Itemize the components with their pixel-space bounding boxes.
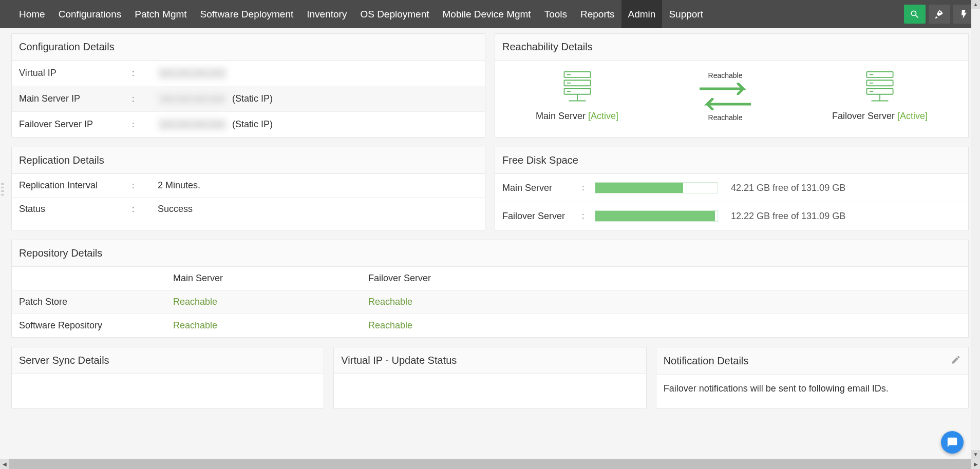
disk-text: 42.21 GB free of 131.09 GB — [718, 183, 961, 193]
edit-notification-button[interactable] — [951, 355, 961, 367]
server-stack-icon — [863, 71, 896, 104]
arrow-left-icon — [700, 98, 751, 110]
replication-details-panel: Replication Details Replication Interval… — [11, 147, 485, 230]
disk-text: 12.22 GB free of 131.09 GB — [718, 211, 961, 222]
replication-label: Status — [19, 204, 132, 214]
repo-header-main: Main Server — [173, 273, 368, 284]
notification-details-panel: Notification Details Failover notificati… — [656, 347, 969, 408]
config-value-suffix: (Static IP) — [232, 93, 273, 104]
scroll-down-icon[interactable]: ▼ — [971, 450, 980, 459]
main-server-block: Main Server [Active] — [536, 71, 618, 122]
config-row-main-server-ip: Main Server IP : xxx.xxx.xxx.xxx(Static … — [12, 86, 485, 112]
repo-main-status: Reachable — [173, 320, 368, 331]
replication-value: 2 Minutes. — [158, 180, 478, 191]
scroll-right-icon[interactable]: ▶ — [971, 459, 980, 469]
nav-admin[interactable]: Admin — [621, 0, 663, 28]
reachable-label-top: Reachable — [708, 71, 743, 80]
config-value-hidden: xxx.xxx.xxx.xxx — [158, 92, 227, 105]
scroll-up-icon[interactable]: ▲ — [971, 0, 980, 9]
config-label: Main Server IP — [19, 93, 132, 104]
reachability-details-panel: Reachability Details Main Server [Active… — [495, 33, 969, 138]
rocket-icon — [934, 9, 945, 19]
bolt-icon — [959, 9, 969, 19]
arrow-right-icon — [700, 83, 751, 95]
config-value-suffix: (Static IP) — [232, 119, 273, 130]
config-value-hidden: xxx.xxx.xxx.xxx — [158, 118, 227, 131]
nav-reports[interactable]: Reports — [574, 0, 621, 28]
config-row-failover-server-ip: Failover Server IP : xxx.xxx.xxx.xxx(Sta… — [12, 112, 485, 137]
nav-patch-mgmt[interactable]: Patch Mgmt — [128, 0, 193, 28]
repo-header-row: Main Server Failover Server — [12, 267, 968, 290]
repo-row: Patch Store Reachable Reachable — [12, 290, 968, 314]
free-disk-space-panel: Free Disk Space Main Server : 42.21 GB f… — [495, 147, 969, 230]
disk-row-main: Main Server : 42.21 GB free of 131.09 GB — [495, 174, 968, 202]
free-disk-space-title: Free Disk Space — [495, 147, 968, 174]
server-sync-details-title: Server Sync Details — [12, 347, 324, 374]
virtual-ip-update-status-panel: Virtual IP - Update Status — [333, 347, 646, 408]
chat-icon — [947, 437, 958, 448]
chat-button[interactable] — [941, 431, 964, 454]
scroll-left-icon[interactable]: ◀ — [0, 459, 9, 469]
repo-header-blank — [19, 273, 173, 284]
nav-os-deploy[interactable]: OS Deployment — [353, 0, 436, 28]
main-server-status: [Active] — [588, 111, 618, 121]
main-server-label: Main Server — [536, 111, 586, 121]
reachability-details-title: Reachability Details — [495, 34, 968, 61]
replication-label: Replication Interval — [19, 180, 132, 191]
nav-home[interactable]: Home — [12, 0, 52, 28]
configuration-details-panel: Configuration Details Virtual IP : xxx.x… — [11, 33, 485, 138]
notification-details-title: Notification Details — [664, 355, 749, 367]
config-label: Failover Server IP — [19, 119, 132, 130]
nav-support[interactable]: Support — [662, 0, 710, 28]
disk-bar — [595, 210, 718, 222]
disk-row-failover: Failover Server : 12.22 GB free of 131.0… — [495, 202, 968, 230]
side-drag-handle[interactable] — [0, 182, 5, 197]
disk-bar-fill — [595, 183, 683, 193]
server-stack-icon — [561, 71, 594, 104]
repo-failover-status: Reachable — [368, 320, 961, 331]
repository-details-title: Repository Details — [12, 240, 968, 267]
nav-mdm[interactable]: Mobile Device Mgmt — [436, 0, 538, 28]
reachable-label-bottom: Reachable — [708, 113, 743, 122]
configuration-details-title: Configuration Details — [12, 34, 485, 61]
config-value-hidden: xxx.xxx.xxx.xxx — [158, 67, 227, 80]
nav-tools[interactable]: Tools — [538, 0, 574, 28]
horizontal-scrollbar[interactable]: ◀ ▶ — [0, 459, 980, 469]
server-sync-details-panel: Server Sync Details — [11, 347, 324, 408]
nav-configurations[interactable]: Configurations — [52, 0, 128, 28]
search-button[interactable] — [904, 5, 926, 24]
replication-details-title: Replication Details — [12, 147, 485, 174]
disk-label: Main Server — [502, 183, 582, 193]
failover-server-label: Failover Server — [832, 111, 895, 121]
nav-software-deploy[interactable]: Software Deployment — [194, 0, 300, 28]
failover-server-status: [Active] — [897, 111, 928, 121]
nav-inventory[interactable]: Inventory — [300, 0, 353, 28]
failover-server-block: Failover Server [Active] — [832, 71, 928, 122]
top-navbar: Home Configurations Patch Mgmt Software … — [0, 0, 980, 28]
repo-name: Software Repository — [19, 320, 173, 331]
repo-header-failover: Failover Server — [368, 273, 961, 284]
rocket-button[interactable] — [929, 5, 950, 24]
repo-row: Software Repository Reachable Reachable — [12, 314, 968, 337]
repo-main-status: Reachable — [173, 297, 368, 307]
reachability-arrows: Reachable Reachable — [700, 71, 751, 122]
config-row-virtual-ip: Virtual IP : xxx.xxx.xxx.xxx — [12, 61, 485, 86]
replication-value: Success — [158, 204, 478, 214]
notification-body: Failover notifications will be sent to f… — [656, 375, 968, 402]
disk-bar — [595, 182, 718, 193]
repo-failover-status: Reachable — [368, 297, 961, 307]
repository-details-panel: Repository Details Main Server Failover … — [11, 240, 969, 338]
search-icon — [910, 9, 920, 19]
virtual-ip-update-status-title: Virtual IP - Update Status — [334, 347, 646, 374]
disk-bar-fill — [595, 211, 715, 221]
edit-icon — [951, 355, 961, 365]
vertical-scrollbar[interactable]: ▲ ▼ — [971, 0, 980, 459]
config-label: Virtual IP — [19, 68, 132, 79]
replication-status-row: Status : Success — [12, 198, 485, 221]
repo-name: Patch Store — [19, 297, 173, 307]
replication-interval-row: Replication Interval : 2 Minutes. — [12, 174, 485, 198]
disk-label: Failover Server — [502, 211, 582, 222]
